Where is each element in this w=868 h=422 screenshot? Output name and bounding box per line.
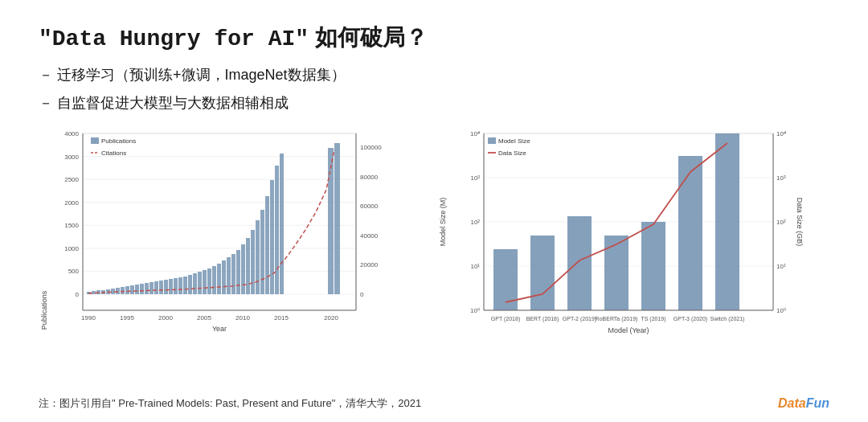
svg-rect-36	[217, 264, 221, 294]
svg-rect-119	[488, 137, 496, 144]
svg-text:Model Size: Model Size	[498, 137, 530, 145]
svg-text:2015: 2015	[274, 314, 289, 322]
svg-text:10¹: 10¹	[470, 263, 480, 270]
svg-text:Citations: Citations	[101, 150, 126, 157]
svg-rect-28	[178, 277, 182, 294]
svg-text:10¹: 10¹	[776, 263, 786, 270]
charts-row: 0 500 1000 1500 2000 2500 3000 4000 0 20…	[39, 125, 829, 354]
svg-text:100000: 100000	[360, 144, 382, 151]
svg-rect-33	[203, 270, 207, 294]
svg-rect-41	[241, 244, 245, 294]
svg-text:10³: 10³	[776, 174, 786, 182]
svg-text:10²: 10²	[470, 219, 480, 226]
right-chart: 10⁰ 10¹ 10² 10³ 10⁴ 10⁰ 10¹ 10² 10³ 10⁴ …	[436, 125, 829, 354]
svg-text:Publications: Publications	[101, 137, 136, 145]
svg-rect-90	[530, 236, 555, 310]
svg-rect-32	[198, 272, 202, 294]
svg-rect-24	[159, 281, 163, 294]
bullet-2: － 自监督促进大模型与大数据相辅相成	[39, 92, 829, 114]
title-cn: 如何破局？	[309, 25, 428, 50]
svg-rect-47	[270, 180, 274, 294]
svg-text:GPT (2018): GPT (2018)	[491, 316, 520, 322]
svg-rect-22	[149, 282, 154, 294]
svg-text:4000: 4000	[64, 130, 79, 137]
svg-rect-21	[145, 283, 149, 294]
svg-text:GPT-2 (2019): GPT-2 (2019)	[563, 316, 596, 322]
svg-text:2010: 2010	[235, 314, 250, 322]
svg-text:GPT-3 (2020): GPT-3 (2020)	[674, 316, 707, 322]
svg-text:3000: 3000	[64, 154, 79, 161]
svg-text:Switch (2021): Switch (2021)	[710, 316, 745, 322]
svg-text:10⁴: 10⁴	[776, 130, 786, 137]
svg-rect-18	[130, 285, 134, 294]
svg-text:2005: 2005	[197, 314, 211, 322]
svg-text:80000: 80000	[360, 174, 379, 181]
svg-text:1500: 1500	[64, 222, 79, 229]
svg-rect-94	[678, 156, 702, 310]
svg-rect-93	[641, 222, 665, 310]
svg-rect-49	[280, 154, 284, 294]
svg-text:Year: Year	[212, 325, 227, 333]
svg-text:TS (2019): TS (2019)	[641, 316, 665, 322]
svg-text:0: 0	[360, 291, 364, 298]
svg-rect-40	[236, 250, 240, 294]
svg-rect-51	[334, 143, 340, 294]
footnote: 注：图片引用自" Pre-Trained Models: Past, Prese…	[39, 396, 421, 411]
svg-text:Data Size (GB): Data Size (GB)	[796, 198, 804, 247]
svg-text:10⁰: 10⁰	[776, 307, 786, 314]
svg-rect-48	[275, 166, 279, 294]
svg-rect-91	[567, 216, 592, 310]
svg-text:40000: 40000	[360, 232, 379, 240]
svg-rect-20	[140, 284, 144, 294]
svg-rect-16	[121, 287, 125, 294]
svg-rect-31	[193, 273, 197, 294]
svg-rect-35	[212, 266, 216, 294]
title-mono: "Data Hungry for AI"	[39, 27, 309, 51]
svg-text:Model Size (M): Model Size (M)	[439, 198, 447, 247]
svg-text:2000: 2000	[158, 314, 173, 322]
svg-text:RoBERTa (2019): RoBERTa (2019)	[596, 316, 638, 322]
svg-text:500: 500	[68, 268, 80, 275]
svg-rect-37	[222, 260, 226, 294]
svg-rect-50	[328, 148, 334, 294]
svg-text:BERT (2018): BERT (2018)	[526, 316, 559, 322]
svg-rect-45	[260, 210, 264, 294]
slide-title: "Data Hungry for AI" 如何破局？	[39, 23, 829, 53]
svg-rect-92	[604, 236, 628, 310]
svg-text:1990: 1990	[81, 314, 96, 322]
svg-text:10⁴: 10⁴	[470, 130, 480, 137]
svg-rect-43	[251, 230, 255, 294]
svg-rect-15	[116, 288, 120, 294]
svg-text:Model (Year): Model (Year)	[608, 326, 649, 334]
datafun-logo: DataFun	[778, 396, 829, 411]
svg-rect-38	[227, 257, 231, 294]
svg-rect-39	[231, 254, 235, 294]
svg-rect-23	[154, 281, 158, 294]
svg-rect-17	[125, 286, 129, 294]
svg-text:10²: 10²	[776, 219, 786, 226]
svg-text:10⁰: 10⁰	[470, 307, 480, 314]
svg-rect-19	[135, 285, 139, 294]
bullet-1: － 迁移学习（预训练+微调，ImageNet数据集）	[39, 64, 829, 86]
svg-text:10³: 10³	[470, 174, 480, 182]
svg-text:Publications: Publications	[40, 290, 48, 330]
svg-text:0: 0	[76, 291, 80, 298]
svg-text:1000: 1000	[64, 245, 79, 252]
svg-text:20000: 20000	[360, 261, 379, 268]
svg-rect-25	[164, 280, 168, 294]
svg-text:2020: 2020	[324, 314, 338, 322]
svg-rect-29	[183, 277, 187, 294]
svg-text:2500: 2500	[64, 176, 79, 183]
svg-text:Data Size: Data Size	[498, 150, 526, 157]
svg-text:1995: 1995	[120, 314, 134, 322]
svg-rect-46	[265, 196, 269, 294]
svg-rect-42	[246, 238, 250, 294]
svg-rect-95	[715, 133, 739, 310]
svg-rect-26	[169, 279, 173, 294]
svg-rect-79	[91, 137, 99, 144]
svg-text:60000: 60000	[360, 203, 379, 210]
svg-rect-44	[256, 220, 260, 294]
slide: "Data Hungry for AI" 如何破局？ － 迁移学习（预训练+微调…	[0, 0, 868, 422]
svg-rect-34	[207, 268, 211, 294]
left-chart: 0 500 1000 1500 2000 2500 3000 4000 0 20…	[39, 125, 411, 354]
